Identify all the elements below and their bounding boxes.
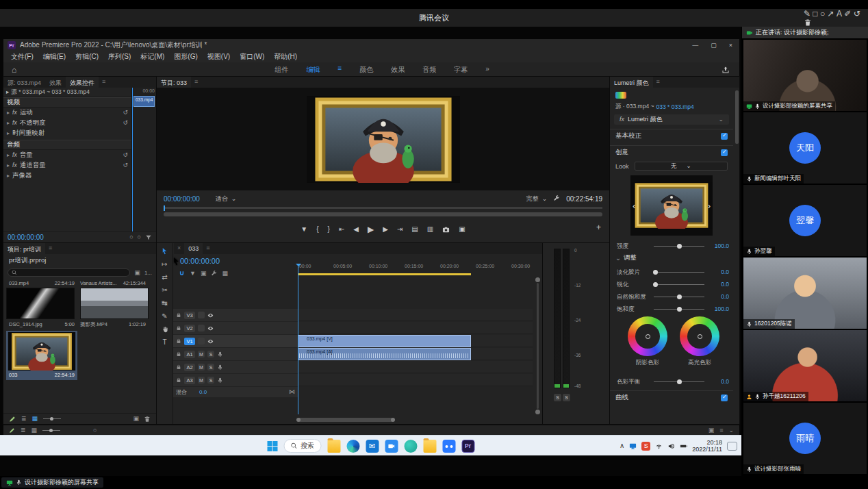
lock-icon[interactable]: [176, 312, 181, 318]
program-scrubber[interactable]: [164, 207, 602, 209]
maximize-button[interactable]: [711, 42, 717, 49]
ripple-edit-tool-icon[interactable]: [162, 274, 167, 281]
workspace-tab-assembly[interactable]: 组件: [275, 65, 288, 75]
track-lane-v3[interactable]: [298, 309, 533, 321]
workspace-overflow[interactable]: »: [485, 65, 489, 75]
ecp-playhead[interactable]: [132, 88, 133, 231]
chevron-right-icon[interactable]: [7, 163, 10, 168]
timeline-horizontal-scrollbar[interactable]: [298, 418, 394, 422]
ecp-mini-clip[interactable]: 033.mp4: [133, 96, 155, 107]
timeline-clip-video[interactable]: 033.mp4 [V]: [298, 335, 471, 347]
razor-tool-icon[interactable]: [162, 287, 167, 294]
effect-row-opacity[interactable]: 不透明度: [3, 118, 131, 128]
menu-graphics[interactable]: 图形(G): [169, 52, 202, 62]
project-item-name[interactable]: DSC_1914.jpg: [9, 321, 42, 328]
timeline-settings-wrench-icon[interactable]: [211, 271, 217, 277]
timeline-playhead[interactable]: [298, 264, 298, 414]
grid-view-icon[interactable]: [31, 427, 38, 434]
track-header-a1[interactable]: A1 M S: [173, 348, 298, 360]
input-method-icon[interactable]: S: [641, 442, 650, 451]
panel-menu-icon[interactable]: [99, 77, 109, 88]
ecp-timecode[interactable]: 00:00:00:00: [8, 234, 44, 241]
thumbnail-size-slider[interactable]: [43, 418, 61, 419]
slider-value[interactable]: 0.0: [721, 378, 729, 385]
settings-icon[interactable]: [709, 427, 715, 434]
workspace-menu-icon[interactable]: [337, 65, 342, 75]
undo-icon[interactable]: [854, 10, 860, 18]
ruler-tick[interactable]: 00:25:00: [476, 264, 494, 268]
zoom-in-icon[interactable]: [138, 234, 141, 240]
add-marker-button[interactable]: [301, 226, 307, 233]
lock-icon[interactable]: [176, 377, 181, 383]
ruler-tick[interactable]: 00:20:00: [440, 264, 459, 268]
slider-value[interactable]: 0.0: [721, 281, 729, 288]
snap-icon[interactable]: [179, 271, 185, 277]
play-button[interactable]: [368, 225, 374, 234]
program-zoom-scrollbar[interactable]: [164, 212, 602, 216]
chevron-right-icon[interactable]: [6, 89, 9, 95]
track-header-v1[interactable]: V1: [173, 335, 298, 347]
button-editor-plus[interactable]: [596, 223, 601, 231]
ecp-mini-timeline[interactable]: 00:00 033.mp4: [131, 88, 156, 231]
chevron-right-icon[interactable]: [7, 173, 10, 179]
program-timecode[interactable]: 00:00:00:00: [164, 195, 200, 203]
section-creative[interactable]: 创意: [610, 145, 733, 159]
mute-button[interactable]: M: [198, 377, 205, 384]
chevron-down-icon[interactable]: [728, 427, 734, 434]
highlighter-tool-icon[interactable]: [844, 10, 851, 18]
chevron-down-icon[interactable]: [718, 116, 724, 123]
participant-tile[interactable]: 天阳 新闻编辑部叶天阳: [743, 112, 867, 184]
section-audio[interactable]: 音频: [3, 140, 131, 150]
filter-icon[interactable]: [145, 234, 152, 241]
participant-tile[interactable]: 雨晴 设计摄影部张雨晴: [743, 403, 867, 474]
icon-view-icon[interactable]: [32, 416, 38, 422]
next-look-arrow[interactable]: [708, 201, 711, 210]
workspace-tab-editing[interactable]: 编辑: [306, 65, 320, 75]
playback-resolution-dropdown[interactable]: 完整: [526, 195, 539, 203]
wifi-icon[interactable]: [655, 442, 663, 450]
eye-icon[interactable]: [207, 325, 214, 331]
keyframe-icon[interactable]: [289, 389, 295, 395]
slider-knob[interactable]: [677, 294, 682, 299]
menu-window[interactable]: 窗口(W): [235, 52, 269, 62]
tencent-meeting-icon[interactable]: [385, 440, 398, 453]
project-thumbnail-sheying[interactable]: [80, 288, 149, 319]
delete-icon[interactable]: [144, 416, 151, 423]
netdisk-icon[interactable]: [442, 440, 455, 453]
track-header-mix[interactable]: 混合 0.0: [173, 387, 298, 397]
reset-icon[interactable]: [123, 120, 128, 126]
pen-tool-icon[interactable]: [804, 10, 810, 18]
project-search-input[interactable]: [8, 268, 130, 277]
onedrive-icon[interactable]: [629, 442, 637, 450]
writable-toggle-icon[interactable]: [134, 270, 140, 276]
panel-menu-icon[interactable]: [653, 77, 663, 88]
chevron-right-icon[interactable]: [7, 153, 10, 158]
slider-knob[interactable]: [677, 244, 682, 249]
new-bin-icon[interactable]: [133, 416, 139, 423]
track-header-v3[interactable]: V3: [173, 309, 298, 321]
workspace-tab-effects[interactable]: 效果: [391, 65, 405, 75]
close-button[interactable]: [729, 42, 732, 49]
home-icon[interactable]: [3, 66, 25, 74]
sharpen-slider[interactable]: 锐化 0.0: [610, 278, 733, 289]
project-item-selected[interactable]: 033 22:54:19: [6, 331, 77, 380]
comparison-view-button[interactable]: [459, 226, 465, 233]
marker-icon[interactable]: [190, 271, 196, 277]
intensity-slider[interactable]: 强度 100.0: [610, 240, 733, 251]
previous-look-arrow[interactable]: [633, 201, 635, 210]
close-sequence-icon[interactable]: [174, 243, 184, 254]
start-button[interactable]: [267, 441, 277, 451]
participant-tile[interactable]: 设计摄影部徐颖的屏幕共享: [743, 40, 867, 111]
track-header-v2[interactable]: V2: [173, 322, 298, 334]
reset-icon[interactable]: [123, 152, 128, 158]
taskbar-search[interactable]: 搜索: [283, 439, 321, 453]
panel-menu-icon[interactable]: [191, 77, 201, 88]
track-badge[interactable]: A1: [184, 351, 195, 358]
slider-value[interactable]: 0.0: [721, 268, 729, 275]
track-badge[interactable]: V1: [184, 338, 195, 345]
settings-wrench-icon[interactable]: [553, 195, 560, 202]
lumetri-scrollbar[interactable]: [735, 90, 739, 144]
project-item-name[interactable]: 033.mp4: [9, 280, 29, 286]
zoom-out-icon[interactable]: [129, 234, 133, 240]
highlight-tint-wheel[interactable]: [680, 316, 719, 356]
